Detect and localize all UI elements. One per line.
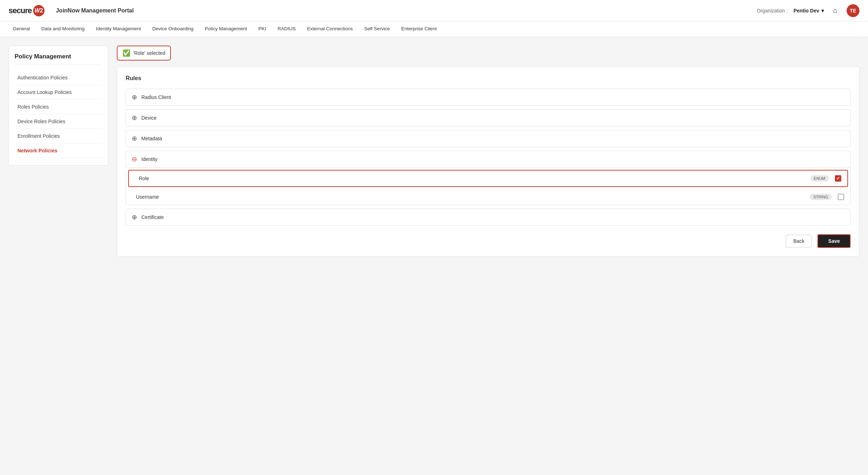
nav-item-general[interactable]: General: [9, 21, 34, 37]
identity-sub-row-username[interactable]: Username STRING: [126, 189, 850, 205]
org-select[interactable]: Pentio Dev: [794, 8, 824, 14]
checkbox-username[interactable]: [837, 193, 845, 200]
identity-block: ⊖ Identity Role ENUM Username: [126, 151, 851, 205]
role-selected-badge: ✅ 'Role' selected: [117, 46, 171, 61]
plus-icon-device: ⊕: [132, 115, 137, 121]
sidebar-title: Policy Management: [15, 53, 102, 65]
nav-item-pki[interactable]: PKI: [254, 21, 271, 37]
type-badge-string: STRING: [810, 194, 832, 200]
rule-label-certificate: Certificate: [141, 214, 164, 220]
header: secure W2 JoinNow Management Portal Orga…: [0, 0, 868, 21]
sidebar-item-roles-policies[interactable]: Roles Policies: [15, 100, 102, 114]
minus-icon-identity: ⊖: [132, 156, 137, 162]
plus-icon-certificate: ⊕: [132, 214, 137, 220]
main-layout: Policy Management Authentication Policie…: [0, 37, 868, 475]
rule-label-identity: Identity: [141, 156, 157, 162]
header-right: Organization : Pentio Dev ⌂ TE: [757, 4, 859, 17]
nav-item-data-monitoring[interactable]: Data and Monitoring: [37, 21, 89, 37]
logo[interactable]: secure W2: [9, 5, 45, 16]
checkbox-role[interactable]: [835, 175, 842, 182]
rule-row-device[interactable]: ⊕ Device: [126, 109, 851, 126]
content-area: ✅ 'Role' selected Rules ⊕ Radius Client …: [117, 46, 859, 466]
org-label: Organization :: [757, 8, 788, 14]
nav-item-enterprise-client[interactable]: Enterprise Client: [397, 21, 441, 37]
rule-label-device: Device: [141, 115, 157, 121]
nav-item-device-onboarding[interactable]: Device Onboarding: [148, 21, 198, 37]
logo-badge: W2: [33, 5, 45, 16]
check-circle-icon: ✅: [122, 49, 130, 57]
sidebar-item-device-roles[interactable]: Device Roles Policies: [15, 114, 102, 129]
avatar[interactable]: TE: [847, 4, 859, 17]
main-nav: General Data and Monitoring Identity Man…: [0, 21, 868, 37]
save-button[interactable]: Save: [817, 234, 851, 248]
nav-item-self-service[interactable]: Self Service: [360, 21, 394, 37]
nav-item-radius[interactable]: RADIUS: [273, 21, 300, 37]
plus-icon-metadata: ⊕: [132, 135, 137, 142]
back-button[interactable]: Back: [786, 235, 812, 247]
sub-label-username: Username: [136, 194, 810, 200]
rule-row-radius-client[interactable]: ⊕ Radius Client: [126, 89, 851, 106]
org-name: Pentio Dev: [794, 8, 819, 14]
sidebar: Policy Management Authentication Policie…: [9, 46, 108, 166]
identity-sub-row-role[interactable]: Role ENUM: [128, 170, 848, 187]
rule-row-metadata[interactable]: ⊕ Metadata: [126, 130, 851, 147]
sidebar-item-account-lookup[interactable]: Account Lookup Policies: [15, 85, 102, 100]
checkbox-checked-icon: [835, 175, 841, 182]
home-icon[interactable]: ⌂: [830, 5, 841, 16]
sub-label-role: Role: [139, 176, 810, 181]
nav-item-policy-management[interactable]: Policy Management: [200, 21, 251, 37]
rule-label-metadata: Metadata: [141, 136, 162, 141]
portal-title: JoinNow Management Portal: [56, 7, 134, 14]
sidebar-item-network[interactable]: Network Policies: [15, 143, 102, 158]
rules-card: Rules ⊕ Radius Client ⊕ Device ⊕ Metadat…: [117, 66, 859, 257]
rule-label-radius-client: Radius Client: [141, 94, 171, 100]
role-badge-text: 'Role' selected: [133, 50, 165, 56]
logo-text: secure: [9, 6, 32, 15]
rule-row-certificate[interactable]: ⊕ Certificate: [126, 209, 851, 226]
nav-item-external-connections[interactable]: External Connections: [303, 21, 357, 37]
sidebar-item-enrollment[interactable]: Enrollment Policies: [15, 129, 102, 143]
nav-item-identity-management[interactable]: Identity Management: [92, 21, 145, 37]
chevron-down-icon: [821, 8, 824, 14]
footer-actions: Back Save: [126, 234, 851, 248]
sidebar-item-auth-policies[interactable]: Authentication Policies: [15, 71, 102, 85]
rules-title: Rules: [126, 75, 851, 82]
rule-row-identity[interactable]: ⊖ Identity: [126, 151, 851, 168]
type-badge-enum: ENUM: [810, 175, 829, 182]
identity-sub-rows: Role ENUM Username STRING: [126, 170, 851, 205]
checkbox-unchecked-icon: [838, 194, 844, 200]
plus-icon: ⊕: [132, 94, 137, 100]
